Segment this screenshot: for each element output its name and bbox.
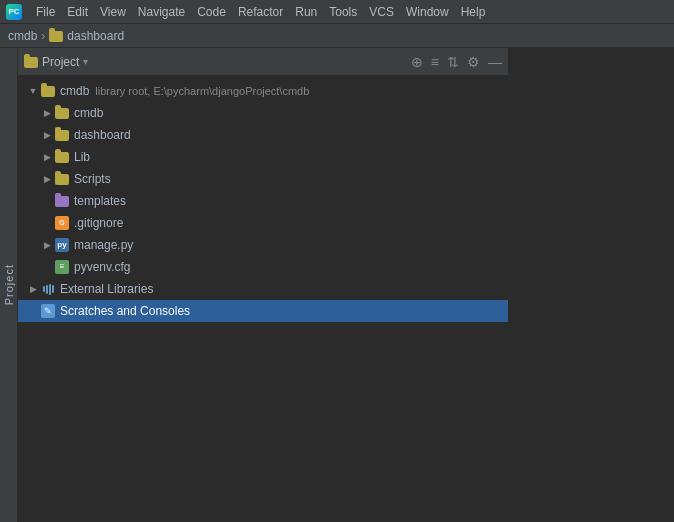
tree-label-cmdb: cmdb	[74, 106, 103, 120]
expand-arrow-lib: ▶	[40, 150, 54, 164]
right-spacer	[508, 48, 674, 522]
menu-file[interactable]: File	[30, 3, 61, 21]
folder-icon-templates	[54, 193, 70, 209]
tree-item-manage[interactable]: ▶ py manage.py	[18, 234, 508, 256]
menu-edit[interactable]: Edit	[61, 3, 94, 21]
cfg-icon-pyvenv: ≡	[54, 259, 70, 275]
app-logo: PC	[4, 2, 24, 22]
collapse-all-icon[interactable]: ⊕	[411, 54, 423, 70]
tree-item-gitignore[interactable]: G .gitignore	[18, 212, 508, 234]
menu-code[interactable]: Code	[191, 3, 232, 21]
folder-icon-cmdb	[40, 83, 56, 99]
side-panel-label[interactable]: Project	[0, 48, 18, 522]
tree-root-label: cmdb	[60, 84, 89, 98]
menu-tools[interactable]: Tools	[323, 3, 363, 21]
menu-run[interactable]: Run	[289, 3, 323, 21]
panel-dropdown-arrow[interactable]: ▾	[83, 56, 88, 67]
tree-label-scripts: Scripts	[74, 172, 111, 186]
main-layout: Project Project ▾ ⊕ ≡ ⇅ ⚙ —	[0, 48, 674, 522]
expand-arrow-dashboard: ▶	[40, 128, 54, 142]
py-icon-manage: py	[54, 237, 70, 253]
tree-label-templates: templates	[74, 194, 126, 208]
settings-icon[interactable]: ⚙	[467, 54, 480, 70]
expand-arrow-root: ▼	[26, 84, 40, 98]
tree-item-cmdb[interactable]: ▶ cmdb	[18, 102, 508, 124]
tree-item-pyvenv[interactable]: ≡ pyvenv.cfg	[18, 256, 508, 278]
expand-arrow-manage: ▶	[40, 238, 54, 252]
menu-help[interactable]: Help	[455, 3, 492, 21]
tree-item-scripts[interactable]: ▶ Scripts	[18, 168, 508, 190]
tree-item-scratches[interactable]: ✎ Scratches and Consoles	[18, 300, 508, 322]
breadcrumb: cmdb › dashboard	[0, 24, 674, 48]
extlib-icon	[40, 281, 56, 297]
scratch-icon: ✎	[40, 303, 56, 319]
breadcrumb-sep: ›	[41, 29, 45, 43]
folder-icon-lib	[54, 149, 70, 165]
menu-vcs[interactable]: VCS	[363, 3, 400, 21]
folder-icon-scripts	[54, 171, 70, 187]
expand-all-icon[interactable]: ⇅	[447, 54, 459, 70]
side-label-text: Project	[3, 264, 15, 305]
folder-icon-header	[24, 55, 38, 69]
breadcrumb-part-2[interactable]: dashboard	[67, 29, 124, 43]
tree-label-external: External Libraries	[60, 282, 153, 296]
breadcrumb-part-1[interactable]: cmdb	[8, 29, 37, 43]
panel-header-icons: ⊕ ≡ ⇅ ⚙ —	[411, 54, 502, 70]
panel-title: Project	[42, 55, 79, 69]
scroll-to-center-icon[interactable]: ≡	[431, 54, 439, 70]
menu-view[interactable]: View	[94, 3, 132, 21]
tree-item-dashboard[interactable]: ▶ dashboard	[18, 124, 508, 146]
expand-arrow-external: ▶	[26, 282, 40, 296]
tree-label-manage: manage.py	[74, 238, 133, 252]
expand-arrow-cmdb: ▶	[40, 106, 54, 120]
menu-window[interactable]: Window	[400, 3, 455, 21]
panel-header: Project ▾ ⊕ ≡ ⇅ ⚙ —	[18, 48, 508, 76]
tree-item-templates[interactable]: templates	[18, 190, 508, 212]
expand-arrow-scripts: ▶	[40, 172, 54, 186]
tree-label-lib: Lib	[74, 150, 90, 164]
menu-bar: PC File Edit View Navigate Code Refactor…	[0, 0, 674, 24]
gitignore-icon: G	[54, 215, 70, 231]
folder-icon-cmdb-sub	[54, 105, 70, 121]
tree-root-cmdb[interactable]: ▼ cmdb library root, E:\pycharm\djangoPr…	[18, 80, 508, 102]
tree-root-sublabel: library root, E:\pycharm\djangoProject\c…	[95, 85, 309, 97]
menu-navigate[interactable]: Navigate	[132, 3, 191, 21]
folder-icon-dashboard	[54, 127, 70, 143]
tree-label-scratches: Scratches and Consoles	[60, 304, 190, 318]
tree-label-pyvenv: pyvenv.cfg	[74, 260, 130, 274]
tree-item-lib[interactable]: ▶ Lib	[18, 146, 508, 168]
tree-view: ▼ cmdb library root, E:\pycharm\djangoPr…	[18, 76, 508, 522]
project-panel: Project ▾ ⊕ ≡ ⇅ ⚙ — ▼ cmdb library root,…	[18, 48, 508, 522]
tree-item-external[interactable]: ▶ External Libraries	[18, 278, 508, 300]
tree-label-gitignore: .gitignore	[74, 216, 123, 230]
tree-label-dashboard: dashboard	[74, 128, 131, 142]
breadcrumb-folder-icon	[49, 29, 63, 43]
panel-header-left: Project ▾	[24, 55, 88, 69]
menu-refactor[interactable]: Refactor	[232, 3, 289, 21]
hide-icon[interactable]: —	[488, 54, 502, 70]
